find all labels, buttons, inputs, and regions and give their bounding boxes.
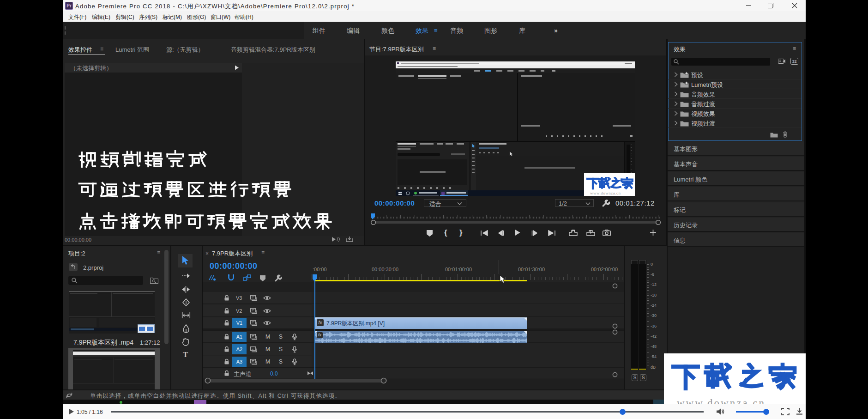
svg-text:32: 32: [792, 59, 796, 64]
